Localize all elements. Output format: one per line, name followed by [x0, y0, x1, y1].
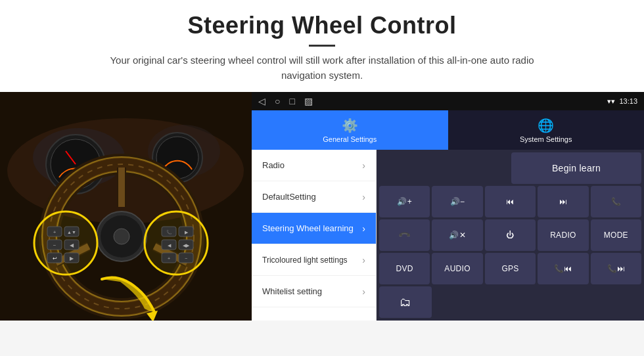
svg-text:+: + [53, 229, 57, 235]
tab-general-label: General Settings [323, 135, 377, 143]
signal-icon: ▾▾ [607, 97, 615, 106]
page-subtitle: Your original car's steering wheel contr… [99, 53, 545, 83]
tab-system-settings[interactable]: 🌐 System Settings [448, 110, 645, 150]
tab-bar: ⚙️ General Settings 🌐 System Settings [252, 110, 644, 150]
prev-track-button[interactable]: ⏮ [485, 186, 536, 217]
nav-radio-label: Radio [262, 160, 285, 170]
file-icon: 🗂 [400, 296, 411, 309]
phone-prev-icon: 📞⏮ [554, 264, 572, 273]
header: Steering Wheel Control Your original car… [0, 0, 644, 92]
prev-track-icon: ⏮ [506, 197, 514, 206]
begin-learn-row: Begin learn [379, 152, 641, 184]
nav-whitelist-label: Whitelist setting [262, 286, 322, 296]
svg-text:◀: ◀ [70, 242, 74, 248]
nav-item-tricoloured[interactable]: Tricoloured light settings › [252, 244, 376, 276]
status-indicators: ▾▾ 13:13 [607, 97, 637, 106]
gps-button[interactable]: GPS [485, 253, 536, 284]
nav-item-default[interactable]: DefaultSetting › [252, 181, 376, 213]
grid-row-4: 🗂 [379, 286, 641, 318]
power-button[interactable]: ⏻ [485, 219, 536, 251]
svg-point-22 [114, 229, 129, 244]
empty-cell [379, 152, 509, 184]
nav-buttons: ◁ ○ □ ▨ [258, 96, 313, 106]
mute-button[interactable]: 🔊✕ [432, 219, 482, 251]
nav-item-steering[interactable]: Steering Wheel learning › [252, 213, 376, 244]
power-icon: ⏻ [506, 231, 514, 240]
svg-text:−: − [185, 256, 187, 261]
left-nav: Radio › DefaultSetting › Steering Wheel … [252, 150, 377, 321]
file-button[interactable]: 🗂 [379, 286, 432, 318]
page-title: Steering Wheel Control [26, 12, 618, 39]
tab-general-settings[interactable]: ⚙️ General Settings [252, 110, 448, 150]
phone-button[interactable]: 📞 [591, 186, 641, 217]
nav-radio-chevron: › [362, 160, 365, 171]
radio-button[interactable]: RADIO [538, 219, 588, 251]
svg-text:📞: 📞 [166, 229, 172, 235]
nav-item-radio[interactable]: Radio › [252, 150, 376, 181]
svg-text:↩: ↩ [53, 256, 57, 261]
hang-up-button[interactable]: 📞 [379, 219, 430, 251]
nav-default-chevron: › [362, 192, 365, 202]
tab-system-label: System Settings [520, 135, 572, 143]
back-nav-button[interactable]: ◁ [258, 96, 265, 106]
title-divider [309, 45, 335, 47]
svg-text:−: − [53, 242, 57, 248]
grid-row-3: DVD AUDIO GPS 📞⏮ 📞⏭ [379, 253, 641, 284]
grid-row-1: 🔊+ 🔊− ⏮ ⏭ 📞 [379, 186, 641, 217]
phone-next-icon: 📞⏭ [607, 264, 626, 273]
grid-row-2: 📞 🔊✕ ⏻ RADIO MODE [379, 219, 641, 251]
begin-learn-button[interactable]: Begin learn [511, 152, 641, 184]
svg-text:▲▼: ▲▼ [67, 230, 76, 234]
svg-text:◀▶: ◀▶ [183, 243, 190, 248]
volume-down-button[interactable]: 🔊− [432, 186, 482, 217]
mute-icon: 🔊✕ [449, 231, 466, 240]
audio-button[interactable]: AUDIO [432, 253, 482, 284]
main-content: + − ↩ ▲▼ ◀ ▶ 📞 ◀ + ▶ ◀▶ [0, 92, 644, 321]
steering-wheel-image: + − ↩ ▲▼ ◀ ▶ 📞 ◀ + ▶ ◀▶ [0, 92, 252, 321]
time-display: 13:13 [619, 97, 637, 105]
nav-whitelist-chevron: › [362, 286, 365, 297]
volume-up-icon: 🔊+ [397, 197, 412, 206]
phone-icon: 📞 [611, 197, 621, 206]
svg-text:+: + [168, 256, 170, 261]
phone-prev-button[interactable]: 📞⏮ [538, 253, 588, 284]
next-track-button[interactable]: ⏭ [538, 186, 588, 217]
nav-item-whitelist[interactable]: Whitelist setting › [252, 276, 376, 307]
hang-up-icon: 📞 [398, 229, 411, 242]
nav-steering-label: Steering Wheel learning [262, 223, 354, 233]
nav-tricoloured-chevron: › [362, 255, 365, 265]
dvd-button[interactable]: DVD [379, 253, 430, 284]
phone-next-button[interactable]: 📞⏭ [591, 253, 641, 284]
android-panel: ◁ ○ □ ▨ ▾▾ 13:13 ⚙️ General Settings 🌐 S… [252, 92, 644, 321]
system-settings-icon: 🌐 [538, 118, 554, 133]
volume-down-icon: 🔊− [450, 197, 465, 206]
recent-nav-button[interactable]: □ [289, 96, 294, 106]
general-settings-icon: ⚙️ [342, 118, 358, 133]
svg-text:▶: ▶ [70, 256, 74, 261]
extra-nav-button[interactable]: ▨ [304, 96, 313, 106]
home-nav-button[interactable]: ○ [275, 96, 280, 106]
next-track-icon: ⏭ [559, 197, 567, 206]
mode-button[interactable]: MODE [591, 219, 641, 251]
nav-default-label: DefaultSetting [262, 192, 316, 202]
nav-tricoloured-label: Tricoloured light settings [262, 256, 348, 265]
status-bar: ◁ ○ □ ▨ ▾▾ 13:13 [252, 92, 644, 110]
content-area: Radio › DefaultSetting › Steering Wheel … [252, 150, 644, 321]
nav-steering-chevron: › [362, 223, 365, 234]
control-grid: Begin learn 🔊+ 🔊− ⏮ ⏭ [377, 150, 644, 321]
volume-up-button[interactable]: 🔊+ [379, 186, 430, 217]
